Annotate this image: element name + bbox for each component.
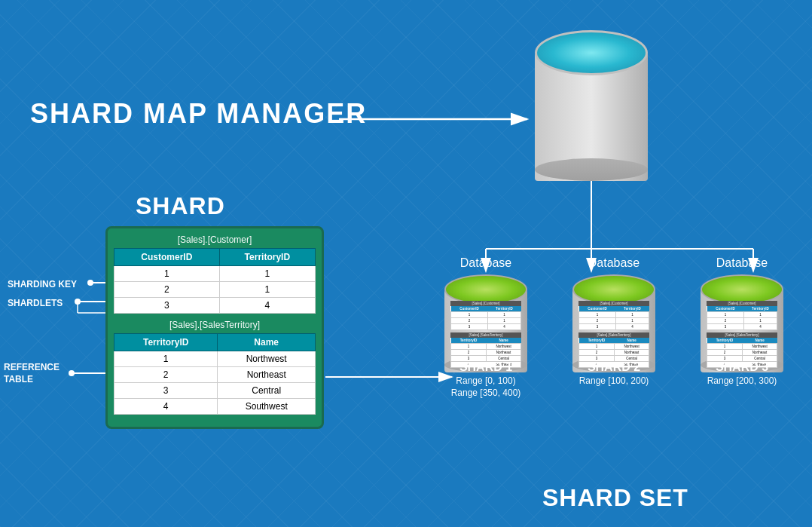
shard-name-bold: SHARD 2 [572,360,655,374]
cell: 1 [114,351,218,367]
shard-name-2: SHARD 2Range [100, 200) [572,360,655,398]
cell: 4 [114,399,218,415]
table-row: 3Central [114,383,316,399]
cylinder-bottom [535,158,648,181]
database-label: Database [588,256,640,270]
cell: Southwest [218,399,316,415]
small-cyl-top [701,274,783,305]
cell: Northwest [218,351,316,367]
svg-point-12 [75,299,81,305]
databases-row: Database [Sales].[Customer] CustomerIDTe… [444,256,783,372]
cell: 3 [114,298,220,314]
shard-range-1: Range [100, 200) [572,375,655,386]
cell: 1 [219,266,315,282]
shardlets-label: SHARDLETS [8,298,63,308]
cylinder-top [535,30,648,75]
cell: 2 [114,367,218,383]
table-row: 34 [114,298,316,314]
table-panel: [Sales].[Customer] CustomerID TerritoryI… [105,226,324,429]
svg-point-10 [87,280,93,286]
customer-table-title: [Sales].[Customer] [114,234,316,245]
customer-table: CustomerID TerritoryID 112134 [114,248,316,314]
customer-table-header-2: TerritoryID [219,249,315,266]
shard-map-manager-title: SHARD MAP MANAGER [30,98,367,130]
small-cylinder-1: [Sales].[Customer] CustomerIDTerritoryID… [444,274,527,372]
customer-table-section: [Sales].[Customer] CustomerID TerritoryI… [114,234,316,314]
database-container-3: Database [Sales].[Customer] CustomerIDTe… [701,256,783,372]
table-row: 4Southwest [114,399,316,415]
territory-table-header-2: Name [218,334,316,351]
database-label: Database [716,256,768,270]
shard-label: SHARD [136,192,225,220]
territory-table-header-1: TerritoryID [114,334,218,351]
cell: Northeast [218,367,316,383]
territory-table-section: [Sales].[SalesTerritory] TerritoryID Nam… [114,320,316,415]
database-label: Database [460,256,512,270]
table-row: 1Northwest [114,351,316,367]
small-cyl-top [444,274,527,305]
table-row: 21 [114,282,316,298]
shard-range-2: Range [350, 400) [444,388,527,398]
shard-name-1: SHARD 1Range [0, 100)Range [350, 400) [444,360,527,398]
shard-name-bold: SHARD 3 [701,360,783,374]
cell: 2 [114,282,220,298]
cell: 3 [114,383,218,399]
small-cylinder-2: [Sales].[Customer] CustomerIDTerritoryID… [572,274,655,372]
shard-set-label: SHARD SET [542,484,688,512]
cell: 4 [219,298,315,314]
small-cylinder-3: [Sales].[Customer] CustomerIDTerritoryID… [701,274,783,372]
small-cyl-top [572,274,655,305]
territory-table: TerritoryID Name 1Northwest2Northeast3Ce… [114,333,316,415]
shard-name-bold: SHARD 1 [444,360,527,374]
main-cylinder [535,30,648,181]
table-row: 2Northeast [114,367,316,383]
svg-point-16 [69,370,75,376]
shard-range-1: Range [0, 100) [444,375,527,386]
shard-names-row: SHARD 1Range [0, 100)Range [350, 400)SHA… [444,360,783,398]
cell: Central [218,383,316,399]
shard-name-3: SHARD 3Range [200, 300) [701,360,783,398]
customer-table-header-1: CustomerID [114,249,220,266]
table-row: 11 [114,266,316,282]
cell: 1 [114,266,220,282]
database-container-1: Database [Sales].[Customer] CustomerIDTe… [444,256,527,372]
territory-table-title: [Sales].[SalesTerritory] [114,320,316,330]
shard-range-1: Range [200, 300) [701,375,783,386]
database-container-2: Database [Sales].[Customer] CustomerIDTe… [572,256,655,372]
cell: 1 [219,282,315,298]
reference-table-label: REFERENCETABLE [4,362,64,385]
sharding-key-label: SHARDING KEY [8,279,77,290]
